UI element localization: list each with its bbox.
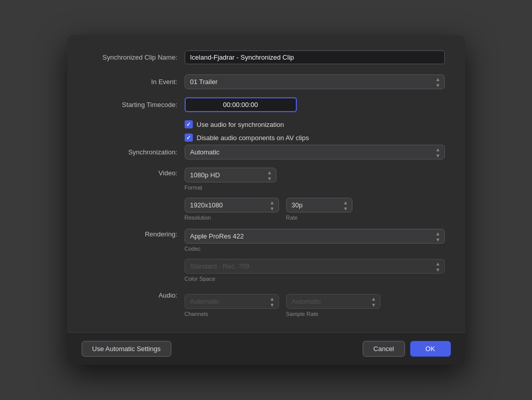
resolution-sub-label: Resolution bbox=[185, 215, 279, 221]
disable-audio-row: ✓ Disable audio components on AV clips bbox=[88, 134, 445, 142]
codec-col: Apple ProRes 422 ▲▼ Codec bbox=[185, 229, 445, 252]
footer-right-buttons: Cancel OK bbox=[363, 341, 450, 357]
ok-button[interactable]: OK bbox=[410, 341, 451, 357]
clip-name-label: Synchronized Clip Name: bbox=[88, 54, 185, 61]
rendering-row: Rendering: Apple ProRes 422 ▲▼ Codec bbox=[88, 229, 445, 282]
in-event-row: In Event: 01 Trailer ▲▼ bbox=[88, 74, 445, 89]
video-resolution-rate-row: 1920x1080 ▲▼ Resolution 30p bbox=[185, 198, 445, 221]
timecode-input[interactable] bbox=[185, 97, 297, 112]
audio-controls: Automatic ▲▼ Channels Automatic bbox=[185, 294, 445, 317]
video-format-select-wrapper: 1080p HD ▲▼ bbox=[185, 168, 276, 182]
channels-select-wrapper: Automatic ▲▼ bbox=[185, 294, 279, 309]
synchronization-row: Synchronization: Automatic Manual ▲▼ bbox=[88, 145, 445, 159]
dialog: Synchronized Clip Name: In Event: 01 Tra… bbox=[67, 35, 465, 365]
rendering-label: Rendering: bbox=[88, 229, 185, 238]
rate-col: 30p ▲▼ Rate bbox=[286, 198, 352, 221]
audio-label: Audio: bbox=[88, 290, 185, 299]
check-icon-2: ✓ bbox=[186, 135, 191, 141]
color-space-select-wrapper: Standard - Rec. 709 ▲▼ bbox=[185, 259, 445, 274]
resolution-select-wrapper: 1920x1080 ▲▼ bbox=[185, 198, 279, 212]
codec-sub-label: Codec bbox=[185, 246, 445, 252]
use-audio-row: ✓ Use audio for synchronization bbox=[88, 120, 445, 128]
synchronization-label: Synchronization: bbox=[88, 148, 185, 156]
cancel-button[interactable]: Cancel bbox=[363, 341, 404, 357]
timecode-label: Starting Timecode: bbox=[88, 101, 185, 109]
format-sub-label: Format bbox=[185, 184, 445, 191]
video-controls: 1080p HD ▲▼ Format 1920x1080 bbox=[185, 168, 445, 221]
use-audio-checkbox[interactable]: ✓ bbox=[185, 120, 193, 128]
use-automatic-button[interactable]: Use Automatic Settings bbox=[82, 341, 171, 357]
sample-rate-select-wrapper: Automatic ▲▼ bbox=[286, 294, 381, 309]
check-icon: ✓ bbox=[186, 121, 191, 128]
in-event-select[interactable]: 01 Trailer bbox=[185, 74, 445, 89]
resolution-select[interactable]: 1920x1080 bbox=[185, 198, 279, 212]
codec-select[interactable]: Apple ProRes 422 bbox=[185, 229, 445, 244]
sample-rate-col: Automatic ▲▼ Sample Rate bbox=[286, 294, 381, 317]
channels-col: Automatic ▲▼ Channels bbox=[185, 294, 279, 317]
in-event-select-wrapper: 01 Trailer ▲▼ bbox=[185, 74, 445, 89]
video-format-col: 1080p HD ▲▼ Format bbox=[185, 168, 445, 191]
clip-name-row: Synchronized Clip Name: bbox=[88, 50, 445, 64]
rendering-controls: Apple ProRes 422 ▲▼ Codec Standard - Rec… bbox=[185, 229, 445, 282]
in-event-label: In Event: bbox=[88, 78, 185, 86]
dialog-footer: Use Automatic Settings Cancel OK bbox=[67, 332, 465, 365]
rate-sub-label: Rate bbox=[286, 215, 352, 221]
rate-select-wrapper: 30p ▲▼ bbox=[286, 198, 352, 212]
timecode-row: Starting Timecode: bbox=[88, 97, 445, 112]
codec-select-wrapper: Apple ProRes 422 ▲▼ bbox=[185, 229, 445, 244]
video-row: Video: 1080p HD ▲▼ Format bbox=[88, 168, 445, 221]
synchronization-select[interactable]: Automatic Manual bbox=[185, 145, 445, 159]
color-space-select[interactable]: Standard - Rec. 709 bbox=[185, 259, 445, 274]
channels-sub-label: Channels bbox=[185, 311, 279, 317]
color-space-sub-label: Color Space bbox=[185, 276, 445, 282]
video-label: Video: bbox=[88, 168, 185, 177]
rate-select[interactable]: 30p bbox=[286, 198, 352, 212]
color-space-col: Standard - Rec. 709 ▲▼ Color Space bbox=[185, 259, 445, 282]
synchronization-select-wrapper: Automatic Manual ▲▼ bbox=[185, 145, 445, 159]
sample-rate-select[interactable]: Automatic bbox=[286, 294, 381, 309]
sample-rate-sub-label: Sample Rate bbox=[286, 311, 381, 317]
use-audio-label[interactable]: ✓ Use audio for synchronization bbox=[185, 120, 284, 128]
clip-name-input[interactable] bbox=[185, 50, 445, 64]
disable-audio-checkbox[interactable]: ✓ bbox=[185, 134, 193, 142]
audio-row: Audio: Automatic ▲▼ Channels bbox=[88, 290, 445, 317]
disable-audio-label[interactable]: ✓ Disable audio components on AV clips bbox=[185, 134, 309, 142]
video-format-select[interactable]: 1080p HD bbox=[185, 168, 276, 182]
channels-select[interactable]: Automatic bbox=[185, 294, 279, 309]
resolution-col: 1920x1080 ▲▼ Resolution bbox=[185, 198, 279, 221]
